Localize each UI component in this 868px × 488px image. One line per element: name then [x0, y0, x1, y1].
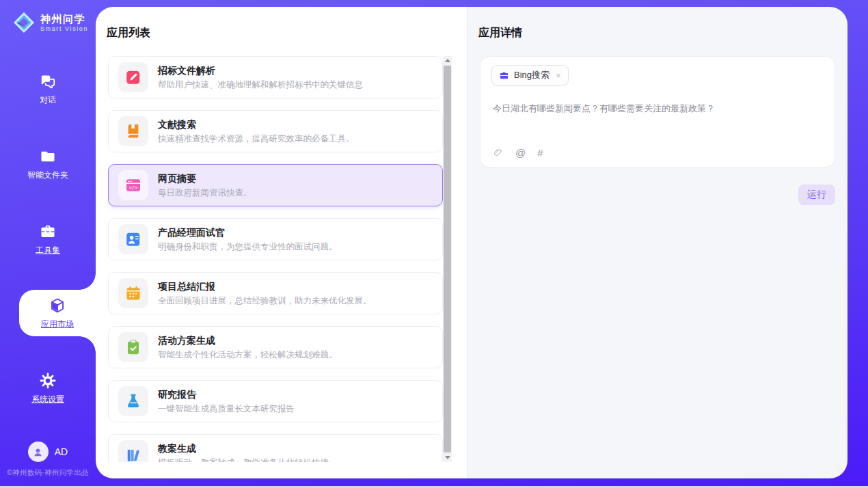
book-icon	[124, 122, 142, 140]
app-card-title: 产品经理面试官	[158, 226, 338, 241]
app-card-4[interactable]: 产品经理面试官 明确身份和职责，为您提供专业性的面试问题。	[108, 218, 443, 260]
app-card-desc: 明确身份和职责，为您提供专业性的面试问题。	[158, 241, 338, 253]
user-row[interactable]: AD	[0, 442, 96, 462]
app-window: 神州问学 Smart Vision 对话 智能文件夹 工具集 应用市场 系统设置…	[0, 0, 868, 488]
at-icon[interactable]: @	[515, 148, 526, 158]
brand-name: 神州问学	[40, 13, 88, 25]
gear-icon	[39, 372, 57, 390]
app-detail-title: 应用详情	[478, 26, 522, 40]
app-detail-pane: 应用详情 Bing搜索 × 今日湖北有哪些新闻要点？有哪些需要关注的最新政策？	[467, 7, 847, 478]
app-card-title: 活动方案生成	[158, 334, 338, 349]
app-card-7[interactable]: 研究报告 一键智能生成高质量长文本研究报告	[108, 380, 443, 422]
briefcase-icon	[499, 70, 509, 81]
user-name: AD	[55, 446, 68, 457]
cube-icon	[49, 297, 66, 314]
run-button[interactable]: 运行	[798, 185, 835, 205]
folder-icon	[39, 148, 57, 165]
main-content: 应用列表 招标文件解析 帮助用户快速、准确地理解和解析招标书中的关键信息 文献搜…	[96, 7, 847, 478]
books-icon	[124, 446, 142, 462]
prompt-composer: Bing搜索 × 今日湖北有哪些新闻要点？有哪些需要关注的最新政策？ @ #	[480, 56, 835, 167]
app-card-title: 网页摘要	[158, 172, 252, 187]
composer-toolbar: @ #	[493, 147, 543, 158]
app-card-title: 教案生成	[158, 442, 329, 457]
app-card-title: 文献搜索	[158, 118, 355, 133]
brand-diamond-icon	[12, 11, 36, 34]
scroll-up-icon[interactable]	[443, 56, 452, 65]
scrollbar[interactable]	[443, 56, 452, 462]
paperclip-icon[interactable]	[493, 147, 504, 158]
app-card-title: 项目总结汇报	[158, 280, 372, 295]
sidebar-item-settings[interactable]: 系统设置	[0, 365, 96, 411]
app-card-desc: 每日政府新闻资讯快查。	[158, 187, 252, 199]
app-card-6[interactable]: 活动方案生成 智能生成个性化活动方案，轻松解决规划难题。	[108, 326, 443, 368]
app-card-desc: 帮助用户快速、准确地理解和解析招标书中的关键信息	[158, 79, 363, 91]
app-card-2[interactable]: 文献搜索 快速精准查找学术资源，提高研究效率的必备工具。	[108, 110, 443, 152]
tool-chip-label: Bing搜索	[514, 69, 550, 81]
prompt-input[interactable]: 今日湖北有哪些新闻要点？有哪些需要关注的最新政策？	[493, 102, 822, 116]
sidebar-item-chat[interactable]: 对话	[0, 66, 96, 112]
app-list-title: 应用列表	[107, 26, 150, 40]
brand-logo: 神州问学 Smart Vision	[12, 11, 88, 34]
clipboard-check-icon	[124, 338, 142, 356]
scrollbar-thumb[interactable]	[444, 66, 451, 452]
scroll-down-icon[interactable]	[443, 453, 452, 462]
app-card-5[interactable]: 项目总结汇报 全面回顾项目进展，总结经验教训，助力未来优化发展。	[108, 272, 443, 314]
app-card-3[interactable]: </> 网页摘要 每日政府新闻资讯快查。	[108, 164, 443, 206]
pen-square-icon	[124, 68, 142, 86]
person-card-icon	[124, 230, 142, 248]
app-card-desc: 智能生成个性化活动方案，轻松解决规划难题。	[158, 349, 338, 361]
sidebar-item-smart-folder[interactable]: 智能文件夹	[0, 141, 96, 187]
brand-tagline: Smart Vision	[40, 25, 88, 32]
browser-code-icon: </>	[124, 176, 142, 194]
app-card-title: 研究报告	[158, 388, 295, 403]
app-card-title: 招标文件解析	[158, 64, 363, 79]
flask-icon	[124, 392, 142, 410]
app-card-8[interactable]: 教案生成 模板驱动，教案秒成，教学准备从此轻松快捷	[108, 434, 443, 462]
app-card-desc: 模板驱动，教案秒成，教学准备从此轻松快捷	[158, 457, 329, 462]
app-card-desc: 全面回顾项目进展，总结经验教训，助力未来优化发展。	[158, 295, 372, 307]
calendar-icon	[124, 284, 142, 302]
toolbox-icon	[39, 223, 57, 241]
chat-icon	[39, 72, 57, 90]
app-card-1[interactable]: 招标文件解析 帮助用户快速、准确地理解和解析招标书中的关键信息	[108, 56, 443, 98]
sidebar: 神州问学 Smart Vision 对话 智能文件夹 工具集 应用市场 系统设置…	[0, 0, 96, 488]
close-icon[interactable]: ×	[556, 71, 561, 80]
app-list-pane: 应用列表 招标文件解析 帮助用户快速、准确地理解和解析招标书中的关键信息 文献搜…	[96, 7, 467, 478]
sidebar-footer: ©神州数码·神州问学出品	[0, 468, 96, 478]
hash-icon[interactable]: #	[537, 148, 543, 158]
sidebar-item-toolset[interactable]: 工具集	[0, 216, 96, 262]
svg-text:</>: </>	[129, 185, 138, 191]
avatar	[28, 442, 49, 462]
app-card-desc: 快速精准查找学术资源，提高研究效率的必备工具。	[158, 133, 355, 145]
tool-chip-bing-search[interactable]: Bing搜索 ×	[491, 65, 569, 85]
app-card-desc: 一键智能生成高质量长文本研究报告	[158, 403, 295, 415]
app-card-list: 招标文件解析 帮助用户快速、准确地理解和解析招标书中的关键信息 文献搜索 快速精…	[108, 56, 443, 462]
sidebar-item-app-market[interactable]: 应用市场	[19, 290, 96, 336]
